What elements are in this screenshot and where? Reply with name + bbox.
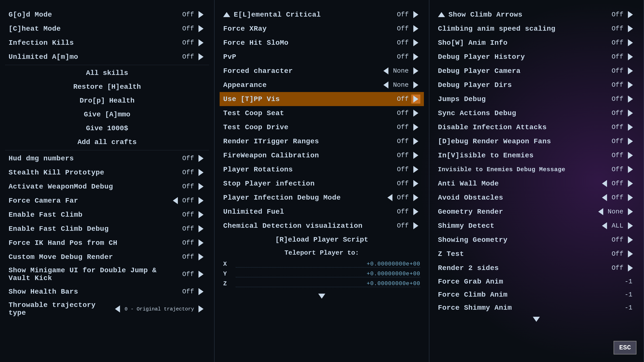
show-climb-arrows-header[interactable]: Show Climb Arrows Off bbox=[434, 8, 638, 22]
disable-infection-item[interactable]: Disable Infection Attacks Off bbox=[434, 120, 638, 134]
gold-mode-item[interactable]: G[o]d Mode Off bbox=[5, 8, 209, 22]
show-climb-arrows-right[interactable] bbox=[626, 10, 635, 19]
custom-move-item[interactable]: Custom Move Debug Render Off bbox=[5, 250, 209, 264]
debug-render-weapon-item[interactable]: [D]ebug Render Weapon Fans Off bbox=[434, 134, 638, 148]
fireweapon-calib-item[interactable]: FireWeapon Calibration Off bbox=[220, 148, 424, 162]
test-coop-drive-right[interactable] bbox=[411, 123, 420, 132]
fireweapon-calib-right[interactable] bbox=[411, 151, 420, 160]
teleport-z-value[interactable]: +0.00000000e+00 bbox=[236, 281, 420, 287]
fast-climb-debug-right[interactable] bbox=[196, 224, 206, 233]
weaponmod-debug-right[interactable] bbox=[196, 182, 206, 191]
give-ammo-btn[interactable]: Give [A]mmo bbox=[5, 108, 209, 121]
elemental-critical-header[interactable]: E[L]emental Critical Off bbox=[220, 8, 424, 22]
test-coop-seat-right[interactable] bbox=[411, 109, 420, 118]
all-skills-btn[interactable]: All skills bbox=[5, 66, 209, 80]
reload-player-script-btn[interactable]: [R]eload Player Script bbox=[220, 233, 424, 247]
custom-move-right[interactable] bbox=[196, 252, 206, 261]
anti-wall-item[interactable]: Anti Wall Mode Off bbox=[434, 176, 638, 191]
force-shimmy-anim-item[interactable]: Force Shimmy Anim -1 bbox=[434, 301, 638, 314]
elemental-critical-right[interactable] bbox=[411, 10, 420, 19]
cheat-mode-right[interactable] bbox=[196, 24, 206, 33]
shimmy-detect-left[interactable] bbox=[600, 221, 609, 230]
test-coop-drive-item[interactable]: Test Coop Drive Off bbox=[220, 120, 424, 134]
showing-geometry-right[interactable] bbox=[626, 235, 635, 244]
render-itrigger-item[interactable]: Render ITrigger Ranges Off bbox=[220, 134, 424, 148]
render-2sides-right[interactable] bbox=[626, 263, 635, 273]
climbing-anim-item[interactable]: Climbing anim speed scaling Off bbox=[434, 22, 638, 36]
camera-far-right[interactable] bbox=[196, 196, 206, 205]
avoid-obstacles-right[interactable] bbox=[626, 193, 635, 202]
sync-actions-debug-right[interactable] bbox=[626, 109, 635, 118]
force-climb-anim-item[interactable]: Force Climb Anim -1 bbox=[434, 288, 638, 301]
jumps-debug-right[interactable] bbox=[626, 95, 635, 104]
hud-dmg-item[interactable]: Hud dmg numbers Off bbox=[5, 151, 209, 165]
invisible-debug-item[interactable]: Invisible to Enemies Debug Message Off bbox=[434, 162, 638, 176]
render-itrigger-right[interactable] bbox=[411, 137, 420, 146]
camera-far-item[interactable]: Force Camera Far Off bbox=[5, 194, 209, 208]
teleport-y-value[interactable]: +0.00000000e+00 bbox=[236, 271, 420, 277]
z-test-item[interactable]: Z Test Off bbox=[434, 247, 638, 261]
show-anim-info-item[interactable]: Sho[W] Anim Info Off bbox=[434, 36, 638, 50]
ik-hand-item[interactable]: Force IK Hand Pos from CH Off bbox=[5, 236, 209, 250]
stop-infection-right[interactable] bbox=[411, 179, 420, 188]
pvp-right[interactable] bbox=[411, 52, 420, 61]
hud-dmg-right[interactable] bbox=[196, 154, 206, 163]
infection-kills-right[interactable] bbox=[196, 38, 206, 47]
stop-infection-item[interactable]: Stop Player infection Off bbox=[220, 176, 424, 191]
debug-player-dirs-item[interactable]: Debug Player Dirs Off bbox=[434, 78, 638, 92]
force-xray-item[interactable]: Force XRay Off bbox=[220, 22, 424, 36]
avoid-obstacles-left[interactable] bbox=[600, 193, 609, 202]
player-infect-debug-right[interactable] bbox=[411, 193, 420, 202]
debug-player-camera-right[interactable] bbox=[626, 66, 635, 75]
debug-render-weapon-right[interactable] bbox=[626, 137, 635, 146]
pvp-item[interactable]: PvP Off bbox=[220, 50, 424, 64]
col3-scroll-down-icon[interactable] bbox=[533, 317, 540, 322]
invisible-debug-right[interactable] bbox=[626, 165, 635, 174]
unlimited-ammo-item[interactable]: Unlimited A[m]mo Off bbox=[5, 50, 209, 64]
force-hit-slomo-item[interactable]: Force Hit SloMo Off bbox=[220, 36, 424, 50]
avoid-obstacles-item[interactable]: Avoid Obstacles Off bbox=[434, 191, 638, 205]
debug-player-camera-item[interactable]: Debug Player Camera Off bbox=[434, 64, 638, 78]
esc-button[interactable]: ESC bbox=[614, 341, 636, 354]
showing-geometry-item[interactable]: Showing Geometry Off bbox=[434, 233, 638, 247]
invisible-enemies-right[interactable] bbox=[626, 151, 635, 160]
teleport-x-value[interactable]: +0.00000000e+00 bbox=[236, 261, 420, 267]
restore-health-btn[interactable]: Restore [H]ealth bbox=[5, 80, 209, 94]
appearance-right[interactable] bbox=[411, 80, 420, 89]
forced-char-right[interactable] bbox=[411, 66, 420, 75]
geometry-render-item[interactable]: Geometry Render None bbox=[434, 205, 638, 219]
climbing-anim-right[interactable] bbox=[626, 24, 635, 33]
health-bars-right[interactable] bbox=[196, 287, 206, 296]
fast-climb-debug-item[interactable]: Enable Fast Climb Debug Off bbox=[5, 222, 209, 236]
col2-scroll-down-icon[interactable] bbox=[318, 294, 325, 299]
player-rotations-item[interactable]: Player Rotations Off bbox=[220, 162, 424, 176]
invisible-enemies-item[interactable]: In[V]isible to Enemies Off bbox=[434, 148, 638, 162]
force-xray-right[interactable] bbox=[411, 24, 420, 33]
jumps-debug-item[interactable]: Jumps Debug Off bbox=[434, 92, 638, 106]
throwable-traj-right[interactable] bbox=[196, 304, 206, 313]
forced-char-item[interactable]: Forced character None bbox=[220, 64, 424, 78]
throwable-traj-left[interactable] bbox=[113, 304, 122, 313]
debug-player-history-right[interactable] bbox=[626, 52, 635, 61]
render-2sides-item[interactable]: Render 2 sides Off bbox=[434, 261, 638, 275]
chem-detection-item[interactable]: Chemical Detection visualization Off bbox=[220, 219, 424, 233]
unlimited-ammo-right[interactable] bbox=[196, 52, 206, 61]
z-test-right[interactable] bbox=[626, 249, 635, 258]
health-bars-item[interactable]: Show Health Bars Off bbox=[5, 285, 209, 299]
give-1000-btn[interactable]: Give 1000$ bbox=[5, 121, 209, 135]
anti-wall-right[interactable] bbox=[626, 179, 635, 188]
shimmy-detect-right[interactable] bbox=[626, 221, 635, 230]
anti-wall-left[interactable] bbox=[600, 179, 609, 188]
debug-player-history-item[interactable]: Debug Player History Off bbox=[434, 50, 638, 64]
geometry-render-left[interactable] bbox=[596, 207, 605, 216]
player-rotations-right[interactable] bbox=[411, 165, 420, 174]
forced-char-left[interactable] bbox=[381, 66, 390, 75]
sync-actions-debug-item[interactable]: Sync Actions Debug Off bbox=[434, 106, 638, 120]
unlimited-fuel-item[interactable]: Unlimited Fuel Off bbox=[220, 205, 424, 219]
debug-player-dirs-right[interactable] bbox=[626, 80, 635, 89]
force-hit-slomo-right[interactable] bbox=[411, 38, 420, 47]
fast-climb-right[interactable] bbox=[196, 210, 206, 219]
fast-climb-item[interactable]: Enable Fast Climb Off bbox=[5, 208, 209, 222]
show-anim-info-right[interactable] bbox=[626, 38, 635, 47]
appearance-left[interactable] bbox=[381, 80, 390, 89]
